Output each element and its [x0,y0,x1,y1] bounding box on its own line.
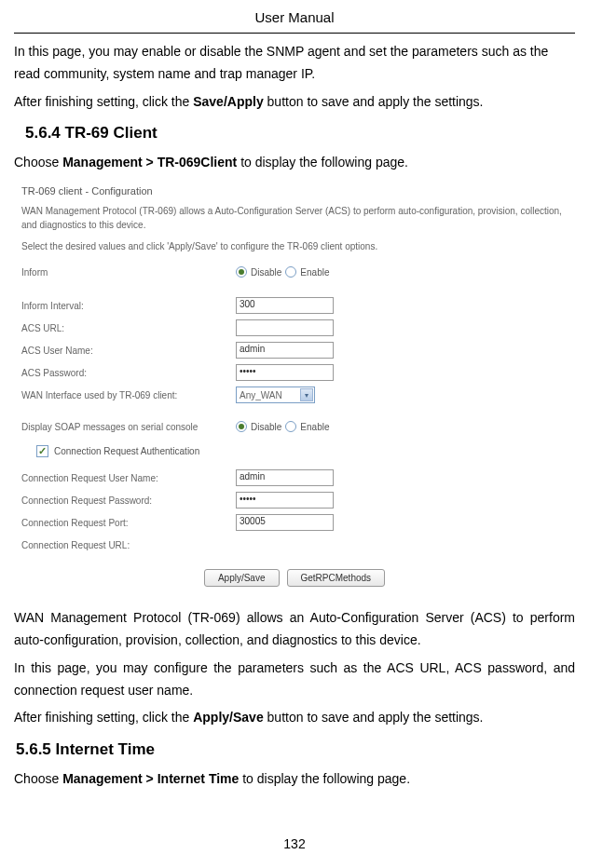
choose-prefix: Choose [14,155,62,170]
intro-paragraph-1: In this page, you may enable or disable … [14,41,575,86]
inform-interval-label: Inform Interval: [21,301,236,311]
inform-enable-radio[interactable] [285,266,296,278]
inform-interval-input[interactable]: 300 [236,297,334,314]
config-desc-1: WAN Management Protocol (TR-069) allows … [21,204,568,232]
conn-user-row: Connection Request User Name: admin [21,468,568,487]
conn-user-input[interactable]: admin [236,469,334,486]
soap-radio-group: Disable Enable [236,421,330,432]
acs-user-row: ACS User Name: admin [21,341,568,359]
soap-disable-radio[interactable] [236,421,247,432]
conn-auth-label: Connection Request Authentication [54,446,199,456]
page-number: 132 [0,836,589,851]
choose-565-path-bold: Management > Internet Time [62,771,239,786]
apply-save-button[interactable]: Apply/Save [204,569,280,587]
intro-paragraph-2: After finishing setting, click the Save/… [14,91,575,114]
conn-port-input[interactable]: 30005 [236,514,334,531]
conn-port-label: Connection Request Port: [21,518,236,528]
acs-user-input[interactable]: admin [236,342,334,359]
inform-enable-label: Enable [300,267,329,278]
chevron-down-icon: ▾ [300,388,313,401]
acs-url-label: ACS URL: [21,323,236,333]
button-row: Apply/Save GetRPCMethods [21,569,568,587]
after-prefix: After finishing setting, click the [14,710,193,725]
conn-port-row: Connection Request Port: 30005 [21,513,568,532]
inform-interval-row: Inform Interval: 300 [21,296,568,315]
choose-565-prefix: Choose [14,771,62,786]
acs-url-input[interactable] [236,319,334,336]
acs-url-row: ACS URL: [21,319,568,337]
wan-if-label: WAN Interface used by TR-069 client: [21,390,236,400]
conn-url-row: Connection Request URL: [21,536,568,554]
conn-user-label: Connection Request User Name: [21,473,236,483]
config-desc-2: Select the desired values and click 'App… [21,239,568,253]
wan-protocol-paragraph: WAN Management Protocol (TR-069) allows … [14,607,575,652]
soap-enable-radio[interactable] [285,421,296,432]
conn-pass-label: Connection Request Password: [21,495,236,506]
intro-p2-suffix: button to save and apply the settings. [264,94,484,109]
soap-label: Display SOAP messages on serial console [21,422,236,432]
inform-label: Inform [21,267,236,278]
config-paragraph: In this page, you may configure the para… [14,658,575,702]
inform-row: Inform Disable Enable [21,263,568,281]
choose-565-suffix: to display the following page. [239,771,410,786]
get-rpc-methods-button[interactable]: GetRPCMethods [287,569,386,587]
conn-auth-checkbox[interactable] [36,445,48,457]
section-565-instruction: Choose Management > Internet Time to dis… [14,768,575,791]
wan-if-select[interactable]: Any_WAN ▾ [236,387,315,403]
apply-save-bold: Apply/Save [193,710,263,725]
acs-pass-input[interactable]: ••••• [236,364,334,381]
conn-pass-row: Connection Request Password: ••••• [21,491,568,509]
tr069-config-screenshot: TR-069 client - Configuration WAN Manage… [14,180,575,598]
section-heading-565: 5.6.5 Internet Time [16,740,575,759]
intro-p2-prefix: After finishing setting, click the [14,94,193,109]
acs-pass-row: ACS Password: ••••• [21,363,568,382]
conn-pass-input[interactable]: ••••• [236,492,334,509]
section-564-instruction: Choose Management > TR-069Client to disp… [14,152,575,174]
after-finishing-paragraph: After finishing setting, click the Apply… [14,707,575,729]
choose-suffix: to display the following page. [237,155,408,170]
config-title: TR-069 client - Configuration [21,185,568,197]
save-apply-bold: Save/Apply [193,94,263,109]
soap-enable-label: Enable [300,422,329,432]
page-header: User Manual [14,9,575,25]
acs-user-label: ACS User Name: [21,346,236,356]
inform-disable-radio[interactable] [236,266,247,278]
soap-row: Display SOAP messages on serial console … [21,417,568,436]
conn-url-label: Connection Request URL: [21,540,236,550]
conn-auth-row: Connection Request Authentication [36,445,568,457]
inform-radio-group: Disable Enable [236,266,330,278]
inform-disable-label: Disable [251,267,281,278]
after-suffix: button to save and apply the settings. [264,710,484,725]
choose-path-bold: Management > TR-069Client [62,155,237,170]
wan-if-row: WAN Interface used by TR-069 client: Any… [21,386,568,404]
header-divider [14,33,575,34]
acs-pass-label: ACS Password: [21,368,236,378]
wan-if-value: Any_WAN [240,390,282,400]
section-heading-564: 5.6.4 TR-69 Client [25,124,575,142]
soap-disable-label: Disable [251,422,281,432]
